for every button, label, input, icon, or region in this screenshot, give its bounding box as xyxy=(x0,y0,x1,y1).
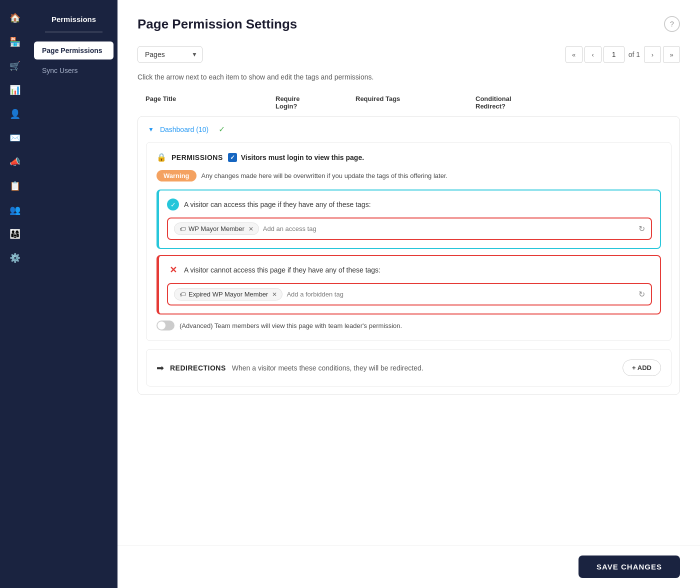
refresh-forbidden-icon[interactable]: ↻ xyxy=(638,290,645,299)
main-content: Page Permission Settings ? Pages Posts P… xyxy=(118,0,700,588)
megaphone-icon[interactable]: 📣 xyxy=(5,152,25,172)
dashboard-link[interactable]: Dashboard (10) xyxy=(160,126,208,134)
forbidden-tag-remove-button[interactable]: ✕ xyxy=(272,291,277,298)
store-icon[interactable]: 🏪 xyxy=(5,32,25,52)
check-icon: ✓ xyxy=(218,124,225,134)
check-circle-icon: ✓ xyxy=(167,198,179,210)
dashboard-row-header: ▼ Dashboard (10) ✓ xyxy=(138,116,680,142)
add-redirect-button[interactable]: + ADD xyxy=(622,360,661,376)
user-icon[interactable]: 👤 xyxy=(5,104,25,124)
login-check-row: ✓ Visitors must login to view this page. xyxy=(228,153,364,162)
forbidden-section: ✕ A visitor cannot access this page if t… xyxy=(156,255,661,314)
login-label: Visitors must login to view this page. xyxy=(241,154,364,162)
page-number-input[interactable] xyxy=(604,46,624,63)
redirections-label: REDIRECTIONS xyxy=(170,364,226,372)
access-tag-wp-mayor-member: 🏷 WP Mayor Member ✕ xyxy=(174,222,259,235)
group-icon[interactable]: 👥 xyxy=(5,200,25,220)
pagination: « ‹ of 1 › » xyxy=(566,46,680,63)
permissions-label: PERMISSIONS xyxy=(172,154,223,162)
toolbar: Pages Posts Products ▼ « ‹ of 1 › » xyxy=(138,46,680,63)
home-icon[interactable]: 🏠 xyxy=(5,8,25,28)
icon-bar: 🏠 🏪 🛒 📊 👤 ✉️ 📣 📋 👥 👨‍👩‍👧 ⚙️ xyxy=(0,0,30,588)
forbidden-tag-row: 🏷 Expired WP Mayor Member ✕ ↻ xyxy=(167,283,652,306)
page-title: Page Permission Settings xyxy=(138,16,297,32)
pages-dropdown[interactable]: Pages Posts Products xyxy=(138,46,202,63)
login-checkbox[interactable]: ✓ xyxy=(228,153,237,162)
access-tag-input[interactable] xyxy=(263,225,634,232)
chart-icon[interactable]: 📊 xyxy=(5,80,25,100)
sidebar: Permissions Page Permissions Sync Users xyxy=(30,0,118,588)
th-page-title: Page Title xyxy=(146,95,276,110)
mail-icon[interactable]: ✉️ xyxy=(5,128,25,148)
first-page-button[interactable]: « xyxy=(566,46,582,63)
last-page-button[interactable]: » xyxy=(663,46,680,63)
team-icon[interactable]: 👨‍👩‍👧 xyxy=(5,224,25,244)
warning-row: Warning Any changes made here will be ov… xyxy=(156,170,661,182)
forbidden-tag-input[interactable] xyxy=(286,290,634,298)
expand-arrow-icon[interactable]: ▼ xyxy=(148,126,154,133)
book-icon[interactable]: 📋 xyxy=(5,176,25,196)
advanced-text: (Advanced) Team members will view this p… xyxy=(180,322,402,330)
page-header: Page Permission Settings ? xyxy=(138,16,680,32)
access-tag-row: 🏷 WP Mayor Member ✕ ↻ xyxy=(167,218,652,240)
access-header-text: A visitor can access this page if they h… xyxy=(184,200,371,208)
next-page-button[interactable]: › xyxy=(644,46,661,63)
redirections-section: ➡ REDIRECTIONS When a visitor meets thes… xyxy=(146,349,672,386)
save-changes-button[interactable]: SAVE CHANGES xyxy=(578,556,680,578)
access-section-header: ✓ A visitor can access this page if they… xyxy=(167,198,652,210)
access-tag-remove-button[interactable]: ✕ xyxy=(248,226,254,232)
tag-icon: 🏷 xyxy=(180,291,186,298)
refresh-access-icon[interactable]: ↻ xyxy=(638,224,645,234)
sidebar-item-page-permissions[interactable]: Page Permissions xyxy=(34,42,114,60)
th-conditional-redirect: ConditionalRedirect? xyxy=(476,95,566,110)
forbidden-section-header: ✕ A visitor cannot access this page if t… xyxy=(167,264,652,276)
redirections-description: When a visitor meets these conditions, t… xyxy=(232,364,616,372)
sidebar-title: Permissions xyxy=(30,10,118,32)
settings-icon[interactable]: ⚙️ xyxy=(5,248,25,268)
footer: SAVE CHANGES xyxy=(118,545,700,588)
forbidden-header-text: A visitor cannot access this page if the… xyxy=(184,266,380,274)
cart-icon[interactable]: 🛒 xyxy=(5,56,25,76)
warning-badge: Warning xyxy=(156,170,196,182)
access-section: ✓ A visitor can access this page if they… xyxy=(156,190,661,249)
permission-card: ▼ Dashboard (10) ✓ 🔒 PERMISSIONS ✓ Visit… xyxy=(138,116,680,395)
forbidden-tag-expired: 🏷 Expired WP Mayor Member ✕ xyxy=(174,288,282,300)
instructions-text: Click the arrow next to each item to sho… xyxy=(138,73,680,81)
access-tag-label: WP Mayor Member xyxy=(188,225,244,232)
redirect-icon: ➡ xyxy=(156,362,164,374)
permissions-header: 🔒 PERMISSIONS ✓ Visitors must login to v… xyxy=(156,152,661,162)
th-require-login: RequireLogin? xyxy=(276,95,356,110)
advanced-toggle[interactable] xyxy=(156,320,174,330)
permissions-section: 🔒 PERMISSIONS ✓ Visitors must login to v… xyxy=(146,142,672,341)
sidebar-divider xyxy=(45,32,102,32)
prev-page-button[interactable]: ‹ xyxy=(584,46,602,63)
x-icon: ✕ xyxy=(167,264,179,276)
warning-text: Any changes made here will be overwritte… xyxy=(202,172,448,180)
page-of-label: of 1 xyxy=(628,50,640,58)
advanced-row: (Advanced) Team members will view this p… xyxy=(156,320,661,330)
help-button[interactable]: ? xyxy=(664,16,680,32)
dropdown-wrapper: Pages Posts Products ▼ xyxy=(138,46,202,63)
tag-icon: 🏷 xyxy=(180,226,186,232)
th-required-tags: Required Tags xyxy=(356,95,476,110)
lock-icon: 🔒 xyxy=(156,152,166,162)
sidebar-item-sync-users[interactable]: Sync Users xyxy=(34,62,114,80)
table-header: Page Title RequireLogin? Required Tags C… xyxy=(138,91,680,114)
forbidden-tag-label: Expired WP Mayor Member xyxy=(188,290,268,298)
